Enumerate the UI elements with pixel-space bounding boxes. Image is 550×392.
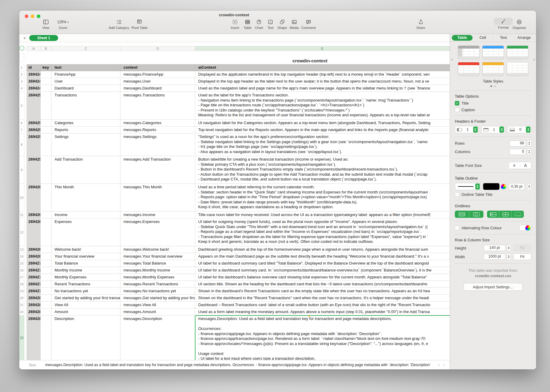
cell[interactable]: Displayed as the application name/brand … [195,71,450,78]
cell[interactable]: messages.This Month [120,184,195,212]
cell[interactable]: messages.Your financial overview [120,253,195,260]
column-header-E[interactable]: E [195,46,450,51]
add-category-button[interactable]: Add Category [109,19,129,30]
cell[interactable]: Dashboard greeting shown at the top of t… [195,246,450,253]
column-header-D[interactable]: D [120,46,195,51]
gridlines-button-h[interactable] [455,211,469,218]
table-header-text[interactable]: text [52,64,120,71]
cell[interactable] [41,127,52,133]
row-number[interactable]: 15 [19,260,24,267]
cell[interactable]: messages.Transactions [120,92,195,120]
column-header-A[interactable]: A [27,46,41,51]
row-number[interactable]: 5 [19,92,24,120]
cell[interactable]: messages.Dashboard [120,85,195,92]
cell[interactable] [41,156,52,184]
share-button[interactable]: Share [416,19,425,30]
cell[interactable]: 2694269 [27,253,41,260]
cell[interactable]: Used as the navigation label and page na… [195,85,450,92]
row-number[interactable]: 14 [19,253,24,260]
cell[interactable]: Monthly Income [52,267,120,274]
cell[interactable] [41,274,52,281]
height-stepper[interactable] [507,245,511,251]
cell[interactable] [41,133,52,156]
cell[interactable]: UI section title. Shown as the heading f… [195,281,450,288]
outline-width-stepper[interactable] [527,183,531,190]
outline-table-title-checkbox[interactable] [455,192,459,197]
stepper-buttons[interactable] [499,127,504,133]
cell[interactable]: Used as the label for the app's Transact… [195,92,450,120]
cell[interactable]: messages.View All [120,302,195,309]
row-number[interactable]: 18 [19,281,24,288]
table-handle-icon[interactable] [20,46,24,50]
cell[interactable] [41,78,52,85]
width-stepper[interactable] [507,254,511,260]
table-header-context[interactable]: context [120,64,195,71]
cell[interactable]: messages.Get started by adding your firs… [120,295,195,302]
stepper-buttons[interactable] [473,127,478,133]
cell[interactable]: messages.Total Balance [120,260,195,267]
cell[interactable]: No transactions yet [52,288,120,295]
row-number[interactable]: 9 [19,156,24,184]
format-tab-text[interactable]: Text [493,35,514,41]
cell[interactable] [41,71,52,78]
text-button[interactable]: A Text [267,19,273,30]
table-styles-pager[interactable] [455,85,531,87]
status-prev-icon[interactable]: ‹ [438,362,439,368]
column-header-B[interactable]: B [41,46,52,51]
width-input[interactable]: 1000 pt [484,254,505,260]
table-button[interactable]: Table [244,19,252,30]
cell[interactable]: messages.Expenses [120,218,195,246]
cell[interactable]: 2694253 [27,120,41,127]
cell[interactable]: Transactions [52,92,120,120]
table-style-red-header[interactable] [458,62,480,76]
table-header-aiContext[interactable]: aiContext [195,64,450,71]
table-style-orange-header[interactable] [482,62,504,76]
cell[interactable]: Your financial overview [52,253,120,260]
row-number[interactable]: 8 [19,133,24,156]
title-checkbox-row[interactable]: ✓ Title [455,101,531,105]
cell[interactable]: UI label for outgoing money (spent funds… [195,218,450,246]
outline-width-input[interactable]: 0,35 pt [509,183,525,190]
selection-handle[interactable] [195,315,196,317]
row-number[interactable]: 21 [19,302,24,309]
chart-button[interactable]: Chart [255,19,263,30]
cell[interactable]: 2694277 [27,281,41,288]
sheet-tab-sheet1[interactable]: Sheet 1 [29,35,58,41]
cell[interactable]: messages.Categories [120,120,195,127]
cell[interactable] [41,309,52,315]
width-fit-button[interactable]: Fit [513,253,531,260]
row-number[interactable]: 23 [19,315,24,360]
cell[interactable] [41,302,52,309]
cell[interactable]: UI label for a dashboard summary card. I… [195,267,450,274]
cell[interactable]: 2694255 [27,127,41,133]
caption-checkbox-row[interactable]: Caption [455,108,531,112]
organise-button[interactable]: Organise [513,19,526,30]
cell[interactable]: 2694245 [27,71,41,78]
alternating-row-colour-row[interactable]: Alternating Row Colour [455,225,531,231]
cell[interactable] [41,212,52,218]
cell[interactable] [41,218,52,246]
cell[interactable]: "Settings" is used as a noun for the app… [195,133,450,156]
row-number[interactable]: 3 [19,78,24,85]
row-number[interactable]: 10 [19,184,24,212]
cell[interactable]: Get started by adding your first transac… [52,295,120,302]
cell[interactable]: Used as a form label meaning the monetar… [195,309,450,315]
column-header-C[interactable]: C [52,46,120,51]
cell[interactable]: Dashboard – Recent Transactions card: la… [195,302,450,309]
alternating-row-colour-checkbox[interactable] [455,226,459,230]
headers-footer-stepper-col[interactable]: 1 [455,126,479,133]
insert-button[interactable]: Insert [231,19,239,30]
row-number[interactable]: 22 [19,309,24,315]
cell[interactable] [41,184,52,212]
cell[interactable]: messages.Reports [120,127,195,133]
cell[interactable]: Dashboard [52,85,120,92]
row-number[interactable]: 11 [19,212,24,218]
cell[interactable]: Displayed in the top app header as the l… [195,78,450,85]
columns-input[interactable]: 5 [510,149,526,155]
comment-button[interactable]: Comment [301,19,316,30]
headers-footer-stepper-hrow[interactable]: 1 [481,126,505,133]
cell[interactable]: Settings [52,133,120,156]
table-header-key[interactable]: key [41,64,52,71]
table-styles-next-icon[interactable]: › [532,56,536,62]
cell[interactable]: 2694283 [27,302,41,309]
